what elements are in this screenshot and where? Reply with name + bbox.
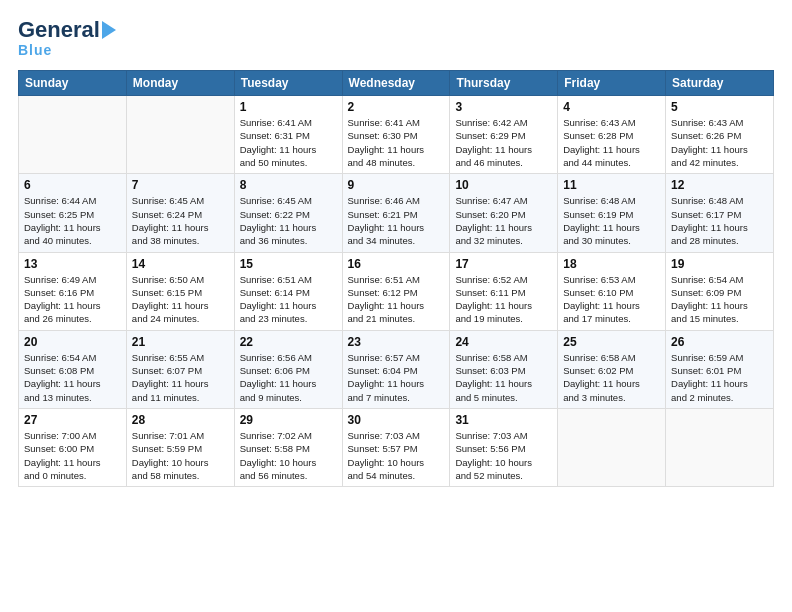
day-info: Sunrise: 7:00 AMSunset: 6:00 PMDaylight:… [24,429,121,482]
day-info: Sunrise: 6:48 AMSunset: 6:17 PMDaylight:… [671,194,768,247]
header: General Blue [18,18,774,58]
day-info: Sunrise: 6:51 AMSunset: 6:12 PMDaylight:… [348,273,445,326]
day-number: 1 [240,100,337,114]
day-info: Sunrise: 6:54 AMSunset: 6:09 PMDaylight:… [671,273,768,326]
logo: General Blue [18,18,116,58]
day-info: Sunrise: 6:53 AMSunset: 6:10 PMDaylight:… [563,273,660,326]
day-info: Sunrise: 6:48 AMSunset: 6:19 PMDaylight:… [563,194,660,247]
calendar-cell: 15Sunrise: 6:51 AMSunset: 6:14 PMDayligh… [234,252,342,330]
day-info: Sunrise: 6:55 AMSunset: 6:07 PMDaylight:… [132,351,229,404]
day-number: 5 [671,100,768,114]
day-number: 3 [455,100,552,114]
day-info: Sunrise: 6:43 AMSunset: 6:26 PMDaylight:… [671,116,768,169]
col-header-sunday: Sunday [19,71,127,96]
day-number: 22 [240,335,337,349]
day-number: 20 [24,335,121,349]
calendar-cell: 17Sunrise: 6:52 AMSunset: 6:11 PMDayligh… [450,252,558,330]
day-number: 14 [132,257,229,271]
day-number: 24 [455,335,552,349]
calendar-cell: 8Sunrise: 6:45 AMSunset: 6:22 PMDaylight… [234,174,342,252]
day-number: 6 [24,178,121,192]
calendar-cell: 23Sunrise: 6:57 AMSunset: 6:04 PMDayligh… [342,330,450,408]
page: General Blue SundayMondayTuesdayWednesda… [0,0,792,612]
logo-text: General [18,18,100,42]
day-number: 9 [348,178,445,192]
calendar-cell: 31Sunrise: 7:03 AMSunset: 5:56 PMDayligh… [450,408,558,486]
day-info: Sunrise: 6:45 AMSunset: 6:24 PMDaylight:… [132,194,229,247]
calendar-cell: 2Sunrise: 6:41 AMSunset: 6:30 PMDaylight… [342,96,450,174]
day-number: 28 [132,413,229,427]
day-info: Sunrise: 6:54 AMSunset: 6:08 PMDaylight:… [24,351,121,404]
day-info: Sunrise: 6:41 AMSunset: 6:31 PMDaylight:… [240,116,337,169]
col-header-tuesday: Tuesday [234,71,342,96]
calendar-cell: 7Sunrise: 6:45 AMSunset: 6:24 PMDaylight… [126,174,234,252]
calendar-cell: 22Sunrise: 6:56 AMSunset: 6:06 PMDayligh… [234,330,342,408]
calendar-cell: 13Sunrise: 6:49 AMSunset: 6:16 PMDayligh… [19,252,127,330]
col-header-friday: Friday [558,71,666,96]
calendar: SundayMondayTuesdayWednesdayThursdayFrid… [18,70,774,487]
day-number: 15 [240,257,337,271]
day-info: Sunrise: 6:43 AMSunset: 6:28 PMDaylight:… [563,116,660,169]
calendar-cell [19,96,127,174]
calendar-cell [558,408,666,486]
calendar-cell: 30Sunrise: 7:03 AMSunset: 5:57 PMDayligh… [342,408,450,486]
calendar-cell: 9Sunrise: 6:46 AMSunset: 6:21 PMDaylight… [342,174,450,252]
day-info: Sunrise: 6:44 AMSunset: 6:25 PMDaylight:… [24,194,121,247]
calendar-week-row: 6Sunrise: 6:44 AMSunset: 6:25 PMDaylight… [19,174,774,252]
col-header-thursday: Thursday [450,71,558,96]
day-info: Sunrise: 7:03 AMSunset: 5:57 PMDaylight:… [348,429,445,482]
calendar-cell: 19Sunrise: 6:54 AMSunset: 6:09 PMDayligh… [666,252,774,330]
calendar-cell: 3Sunrise: 6:42 AMSunset: 6:29 PMDaylight… [450,96,558,174]
calendar-cell: 10Sunrise: 6:47 AMSunset: 6:20 PMDayligh… [450,174,558,252]
calendar-cell: 16Sunrise: 6:51 AMSunset: 6:12 PMDayligh… [342,252,450,330]
day-number: 26 [671,335,768,349]
calendar-week-row: 20Sunrise: 6:54 AMSunset: 6:08 PMDayligh… [19,330,774,408]
calendar-header-row: SundayMondayTuesdayWednesdayThursdayFrid… [19,71,774,96]
calendar-cell [126,96,234,174]
day-info: Sunrise: 7:01 AMSunset: 5:59 PMDaylight:… [132,429,229,482]
calendar-cell: 5Sunrise: 6:43 AMSunset: 6:26 PMDaylight… [666,96,774,174]
day-info: Sunrise: 7:03 AMSunset: 5:56 PMDaylight:… [455,429,552,482]
day-info: Sunrise: 6:45 AMSunset: 6:22 PMDaylight:… [240,194,337,247]
day-number: 19 [671,257,768,271]
day-number: 30 [348,413,445,427]
day-info: Sunrise: 6:58 AMSunset: 6:03 PMDaylight:… [455,351,552,404]
day-info: Sunrise: 6:58 AMSunset: 6:02 PMDaylight:… [563,351,660,404]
calendar-cell: 29Sunrise: 7:02 AMSunset: 5:58 PMDayligh… [234,408,342,486]
day-info: Sunrise: 6:46 AMSunset: 6:21 PMDaylight:… [348,194,445,247]
calendar-cell: 21Sunrise: 6:55 AMSunset: 6:07 PMDayligh… [126,330,234,408]
col-header-saturday: Saturday [666,71,774,96]
day-number: 7 [132,178,229,192]
day-info: Sunrise: 6:52 AMSunset: 6:11 PMDaylight:… [455,273,552,326]
day-info: Sunrise: 6:41 AMSunset: 6:30 PMDaylight:… [348,116,445,169]
calendar-cell: 27Sunrise: 7:00 AMSunset: 6:00 PMDayligh… [19,408,127,486]
day-number: 21 [132,335,229,349]
calendar-cell: 20Sunrise: 6:54 AMSunset: 6:08 PMDayligh… [19,330,127,408]
day-info: Sunrise: 6:59 AMSunset: 6:01 PMDaylight:… [671,351,768,404]
day-number: 10 [455,178,552,192]
day-number: 31 [455,413,552,427]
calendar-cell: 4Sunrise: 6:43 AMSunset: 6:28 PMDaylight… [558,96,666,174]
calendar-cell: 14Sunrise: 6:50 AMSunset: 6:15 PMDayligh… [126,252,234,330]
day-info: Sunrise: 6:49 AMSunset: 6:16 PMDaylight:… [24,273,121,326]
logo-blue-text: Blue [18,42,52,58]
day-number: 18 [563,257,660,271]
col-header-monday: Monday [126,71,234,96]
calendar-cell: 25Sunrise: 6:58 AMSunset: 6:02 PMDayligh… [558,330,666,408]
day-number: 16 [348,257,445,271]
calendar-cell: 12Sunrise: 6:48 AMSunset: 6:17 PMDayligh… [666,174,774,252]
day-number: 29 [240,413,337,427]
calendar-cell: 18Sunrise: 6:53 AMSunset: 6:10 PMDayligh… [558,252,666,330]
day-info: Sunrise: 6:42 AMSunset: 6:29 PMDaylight:… [455,116,552,169]
calendar-week-row: 27Sunrise: 7:00 AMSunset: 6:00 PMDayligh… [19,408,774,486]
calendar-cell: 11Sunrise: 6:48 AMSunset: 6:19 PMDayligh… [558,174,666,252]
calendar-cell: 28Sunrise: 7:01 AMSunset: 5:59 PMDayligh… [126,408,234,486]
day-number: 27 [24,413,121,427]
calendar-cell: 1Sunrise: 6:41 AMSunset: 6:31 PMDaylight… [234,96,342,174]
day-number: 4 [563,100,660,114]
day-number: 8 [240,178,337,192]
day-number: 13 [24,257,121,271]
calendar-cell: 6Sunrise: 6:44 AMSunset: 6:25 PMDaylight… [19,174,127,252]
calendar-cell: 26Sunrise: 6:59 AMSunset: 6:01 PMDayligh… [666,330,774,408]
col-header-wednesday: Wednesday [342,71,450,96]
